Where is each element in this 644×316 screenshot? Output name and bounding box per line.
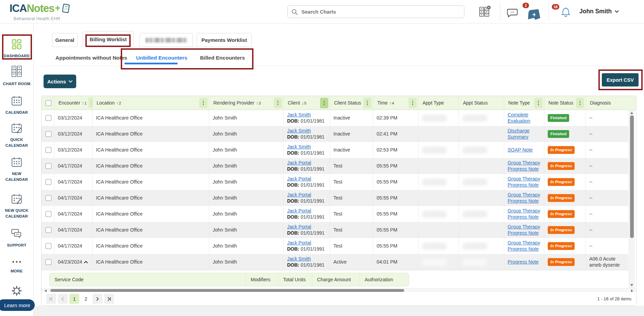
sidebar-item-dashboard[interactable]: DASHBOARD [0, 38, 33, 59]
client-link[interactable]: Jack Smith [287, 128, 311, 134]
row-select-cell[interactable] [42, 206, 54, 222]
client-link[interactable]: Jack Smith [287, 256, 311, 262]
row-select-cell[interactable] [42, 158, 54, 174]
note-type-link[interactable]: Group Therapy Progress Note [508, 160, 541, 172]
sidebar-item-quick-calendar[interactable]: QUICK CALENDAR [0, 122, 33, 148]
column-header-appt-type[interactable]: Appt Type [418, 96, 459, 110]
note-type-link[interactable]: Group Therapy Progress Note [508, 208, 541, 220]
scroll-up-arrow-icon[interactable] [630, 112, 633, 114]
column-menu-icon[interactable]: ⋮ [409, 98, 417, 108]
column-menu-icon[interactable]: ⋮ [199, 98, 208, 108]
column-menu-icon[interactable]: ⋮ [534, 98, 543, 108]
column-header-time[interactable]: Time↑4⋮ [373, 96, 418, 110]
scroll-left-arrow-icon[interactable] [45, 289, 47, 292]
actions-button[interactable]: Actions [44, 75, 76, 88]
export-csv-button[interactable]: Export CSV [602, 73, 639, 86]
row-select-cell[interactable] [42, 142, 54, 158]
client-add-icon[interactable] [528, 9, 540, 20]
client-link[interactable]: Jack Portal [287, 176, 311, 182]
column-menu-icon[interactable]: ⋮ [576, 98, 584, 108]
collapse-caret-icon[interactable] [84, 261, 88, 263]
sidebar-item-settings[interactable] [0, 284, 33, 299]
sidebar-item-support[interactable]: SUPPORT [0, 227, 33, 248]
column-menu-icon[interactable]: ⋮ [274, 98, 282, 108]
client-link[interactable]: Jack Portal [287, 240, 311, 246]
row-checkbox[interactable] [46, 243, 51, 249]
row-select-cell[interactable] [42, 126, 54, 142]
column-menu-icon[interactable]: ⋮ [363, 98, 371, 108]
note-type-link[interactable]: Complete Evaluation [508, 112, 541, 124]
column-header-appt-status[interactable]: Appt Status [459, 96, 504, 110]
column-header-encounter[interactable]: Encounter↑1⋮ [54, 96, 93, 110]
pager-prev-button[interactable] [58, 294, 68, 304]
vertical-scrollbar[interactable] [629, 110, 635, 288]
client-link[interactable]: Jack Portal [287, 192, 311, 198]
chat-bubble-icon[interactable] [507, 8, 518, 18]
note-type-link[interactable]: Group Therapy Progress Note [508, 240, 541, 252]
pager-first-button[interactable] [46, 294, 56, 304]
column-header-client[interactable]: Client↓5⋮ [284, 96, 330, 110]
scroll-right-arrow-icon[interactable] [631, 289, 633, 292]
row-checkbox[interactable] [46, 179, 51, 185]
tab-billing-worklist[interactable]: Billing Worklist [83, 31, 134, 47]
file-cabinet-add-icon[interactable] [478, 5, 491, 18]
tab-redacted[interactable] [139, 33, 193, 47]
client-link[interactable]: Jack Portal [287, 208, 311, 214]
note-type-link[interactable]: Progress Note [508, 259, 539, 265]
select-all-checkbox[interactable] [46, 100, 51, 106]
note-type-link[interactable]: SOAP Note [508, 147, 533, 153]
row-select-cell[interactable] [42, 222, 54, 238]
horizontal-scroll-thumb[interactable] [50, 289, 404, 292]
client-link[interactable]: Jack Portal [287, 224, 311, 230]
tab-general[interactable]: General [52, 33, 78, 47]
sidebar-item-new-calendar[interactable]: NEW CALENDAR [0, 156, 33, 182]
subtab-unbilled-encounters[interactable]: Unbilled Encounters [136, 55, 187, 61]
sidebar-item-calendar[interactable]: CALENDAR [0, 95, 33, 115]
search-charts-box[interactable] [287, 5, 464, 18]
pager-page-2[interactable]: 2 [81, 294, 91, 304]
bell-icon[interactable] [560, 6, 572, 18]
note-type-link[interactable]: Group Therapy Progress Note [508, 192, 541, 204]
note-type-link[interactable]: Group Therapy Progress Note [508, 224, 541, 236]
column-header-rendering-provider[interactable]: Rendering Provider↑3⋮ [209, 96, 284, 110]
learn-more-button[interactable]: Learn more [0, 299, 35, 311]
row-select-cell[interactable] [42, 254, 54, 270]
row-checkbox[interactable] [46, 211, 51, 217]
row-checkbox[interactable] [46, 195, 51, 201]
scroll-down-arrow-icon[interactable] [630, 284, 633, 286]
column-header-note-status[interactable]: Note Status⋮ [544, 96, 586, 110]
sidebar-item-more[interactable]: MORE [0, 258, 33, 274]
column-header-client-status[interactable]: Client Status⋮ [330, 96, 373, 110]
row-select-cell[interactable] [42, 190, 54, 206]
vertical-scroll-thumb[interactable] [630, 115, 634, 238]
client-link[interactable]: Jack Smith [287, 144, 311, 150]
client-link[interactable]: Jack Smith [287, 112, 311, 118]
column-header-diagnosis[interactable]: Diagnosis [586, 96, 628, 110]
row-checkbox[interactable] [46, 259, 51, 265]
row-select-cell[interactable] [42, 174, 54, 190]
row-checkbox[interactable] [46, 147, 51, 153]
sidebar-item-chart-room[interactable]: CHART ROOM [0, 65, 33, 87]
client-link[interactable]: Jack Portal [287, 160, 311, 166]
note-type-link[interactable]: Group Therapy Progress Note [508, 176, 541, 188]
column-menu-icon[interactable]: ⋮ [88, 98, 93, 108]
row-select-cell[interactable] [42, 238, 54, 254]
row-checkbox[interactable] [46, 131, 51, 137]
pager-last-button[interactable] [104, 294, 114, 304]
row-checkbox[interactable] [46, 115, 51, 121]
search-input[interactable] [301, 9, 461, 15]
column-header-note-type[interactable]: Note Type⋮ [504, 96, 544, 110]
row-checkbox[interactable] [46, 163, 51, 169]
subtab-billed-encounters[interactable]: Billed Encounters [200, 55, 245, 61]
sidebar-item-new-quick-calendar[interactable]: NEW QUICK CALENDAR [0, 193, 33, 219]
column-menu-icon[interactable]: ⋮ [320, 98, 328, 108]
pager-page-1[interactable]: 1 [69, 294, 79, 304]
column-header-location[interactable]: Location↑2⋮ [93, 96, 209, 110]
tab-payments-worklist[interactable]: Payments Worklist [197, 33, 252, 47]
header-select-all-cell[interactable] [42, 96, 54, 110]
row-select-cell[interactable] [42, 110, 54, 126]
subtab-appointments-without-notes[interactable]: Appointments without Notes [55, 55, 127, 61]
user-menu[interactable]: John Smith [579, 8, 619, 15]
row-checkbox[interactable] [46, 227, 51, 233]
note-type-link[interactable]: Discharge Summary [508, 128, 541, 140]
